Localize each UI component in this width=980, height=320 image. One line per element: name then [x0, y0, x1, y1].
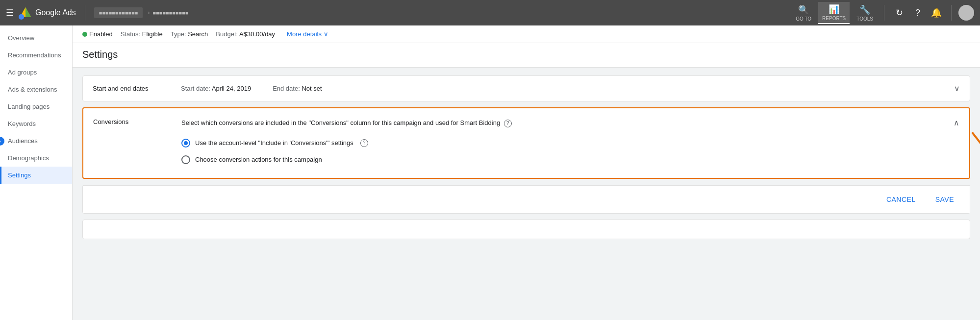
conversions-collapse-icon[interactable]: ∧: [954, 118, 959, 127]
sidebar-item-demographics[interactable]: Demographics: [0, 149, 72, 167]
status-dot: [82, 32, 87, 37]
tools-label: TOOLS: [856, 16, 873, 22]
more-details-label: More details: [287, 30, 322, 38]
start-date-value: April 24, 2019: [212, 85, 251, 92]
logo-text: Google Ads: [35, 8, 76, 17]
sidebar-item-ads-extensions[interactable]: Ads & extensions: [0, 81, 72, 98]
budget-label: Budget:: [216, 30, 238, 38]
status-value: Eligible: [142, 30, 163, 38]
start-date-label: Start date:: [181, 85, 210, 92]
status-label: Status:: [121, 30, 140, 38]
page-header: Settings: [73, 43, 980, 68]
google-ads-logo: Google Ads: [19, 6, 76, 20]
nav-divider-3: [951, 5, 952, 21]
end-date: End date: Not set: [273, 85, 322, 92]
account-name[interactable]: ■■■■■■■■■■■■: [94, 7, 143, 18]
type-value: Search: [188, 30, 208, 38]
sidebar-item-label: Audiences: [8, 137, 38, 145]
enabled-status: Enabled: [82, 30, 113, 38]
sidebar-item-label: Keywords: [8, 120, 36, 127]
save-button[interactable]: SAVE: [930, 192, 960, 207]
conversions-header: Select which conversions are included in…: [181, 118, 959, 128]
type-label: Type:: [171, 30, 186, 38]
sidebar-item-label: Recommendations: [8, 51, 61, 59]
main-layout: Overview Recommendations Ad groups Ads &…: [0, 25, 980, 320]
reports-label: REPORTS: [822, 16, 846, 21]
sidebar-item-label: Settings: [8, 172, 31, 179]
tools-button[interactable]: 🔧 TOOLS: [853, 2, 877, 24]
sidebar-item-recommendations[interactable]: Recommendations: [0, 47, 72, 64]
conversions-row: Conversions Select which conversions are…: [93, 118, 959, 168]
nav-divider-2: [884, 5, 884, 21]
radio-circle-1: [181, 139, 190, 148]
end-date-label: End date:: [273, 85, 300, 92]
goto-button[interactable]: 🔍 GO TO: [792, 2, 815, 24]
smart-bidding-info-icon[interactable]: ?: [504, 120, 512, 127]
radio-option-account-level[interactable]: Use the account-level "Include in 'Conve…: [181, 135, 959, 151]
refresh-button[interactable]: ↻: [891, 5, 907, 21]
notifications-button[interactable]: 🔔: [929, 5, 944, 21]
option1-info-icon[interactable]: ?: [360, 139, 368, 147]
radio-option-campaign-level[interactable]: Choose conversion actions for this campa…: [181, 151, 959, 168]
top-nav-right: 🔍 GO TO 📊 REPORTS 🔧 TOOLS ↻ ? 🔔: [792, 2, 974, 24]
sidebar-item-settings[interactable]: Settings: [0, 167, 72, 184]
dates-values: Start date: April 24, 2019 End date: Not…: [181, 85, 944, 92]
goto-label: GO TO: [796, 16, 811, 22]
audiences-expand-icon: ›: [0, 137, 4, 146]
orange-arrow-annotation: [970, 130, 980, 161]
reports-button[interactable]: 📊 REPORTS: [818, 2, 850, 24]
type-info: Type: Search: [171, 30, 208, 38]
reports-icon: 📊: [829, 4, 839, 15]
svg-line-3: [973, 133, 980, 155]
avatar[interactable]: [958, 5, 974, 21]
settings-content: Start and end dates Start date: April 24…: [73, 68, 980, 247]
enabled-label: Enabled: [89, 30, 113, 38]
more-details-button[interactable]: More details ∨: [287, 30, 328, 38]
budget-info: Budget: A$30.00/day: [216, 30, 275, 38]
conversions-card: Conversions Select which conversions are…: [82, 107, 970, 179]
bottom-placeholder-card: [82, 220, 970, 239]
svg-point-2: [19, 14, 24, 20]
logo-svg: [19, 6, 32, 20]
sidebar-item-label: Overview: [8, 34, 34, 42]
end-date-value: Not set: [302, 85, 322, 92]
start-date: Start date: April 24, 2019: [181, 85, 251, 92]
status-info: Status: Eligible: [121, 30, 163, 38]
help-button[interactable]: ?: [910, 5, 926, 21]
conversions-label: Conversions: [93, 118, 172, 168]
sidebar-item-overview[interactable]: Overview: [0, 29, 72, 47]
main-content: Enabled Status: Eligible Type: Search Bu…: [73, 25, 980, 320]
sidebar-item-ad-groups[interactable]: Ad groups: [0, 64, 72, 81]
sidebar-item-label: Landing pages: [8, 103, 50, 110]
chevron-down-icon: ∨: [324, 30, 328, 38]
radio-circle-2: [181, 155, 190, 164]
avatar-image: [958, 5, 974, 21]
arrow-svg: [970, 130, 980, 160]
status-bar: Enabled Status: Eligible Type: Search Bu…: [73, 25, 980, 43]
dates-row: Start and end dates Start date: April 24…: [83, 76, 970, 101]
action-card: CANCEL SAVE: [82, 185, 970, 214]
campaign-breadcrumb: › ■■■■■■■■■■■: [148, 9, 188, 16]
sidebar-item-landing-pages[interactable]: Landing pages: [0, 98, 72, 115]
conversions-title: Select which conversions are included in…: [181, 118, 512, 128]
radio-label-1: Use the account-level "Include in 'Conve…: [195, 139, 353, 147]
sidebar-item-keywords[interactable]: Keywords: [0, 115, 72, 132]
sidebar-item-audiences[interactable]: › Audiences: [0, 132, 72, 149]
top-navigation: ☰ Google Ads ■■■■■■■■■■■■ › ■■■■■■■■■■■ …: [0, 0, 980, 25]
conversions-section-wrapper: Conversions Select which conversions are…: [82, 107, 970, 185]
sidebar-item-label: Ad groups: [8, 69, 37, 76]
tools-icon: 🔧: [859, 4, 870, 15]
dates-label: Start and end dates: [93, 85, 171, 92]
cancel-button[interactable]: CANCEL: [880, 192, 922, 207]
dates-chevron-icon[interactable]: ∨: [954, 84, 960, 93]
page-title: Settings: [82, 49, 970, 60]
campaign-name: ■■■■■■■■■■■: [152, 9, 188, 16]
sidebar-item-label: Demographics: [8, 154, 49, 162]
svg-marker-1: [25, 7, 31, 17]
dates-card: Start and end dates Start date: April 24…: [82, 75, 970, 101]
sidebar: Overview Recommendations Ad groups Ads &…: [0, 25, 73, 320]
menu-icon[interactable]: ☰: [6, 7, 14, 18]
conversions-content: Select which conversions are included in…: [181, 118, 959, 168]
action-row: CANCEL SAVE: [83, 185, 970, 213]
breadcrumb-arrow-icon: ›: [148, 9, 150, 16]
